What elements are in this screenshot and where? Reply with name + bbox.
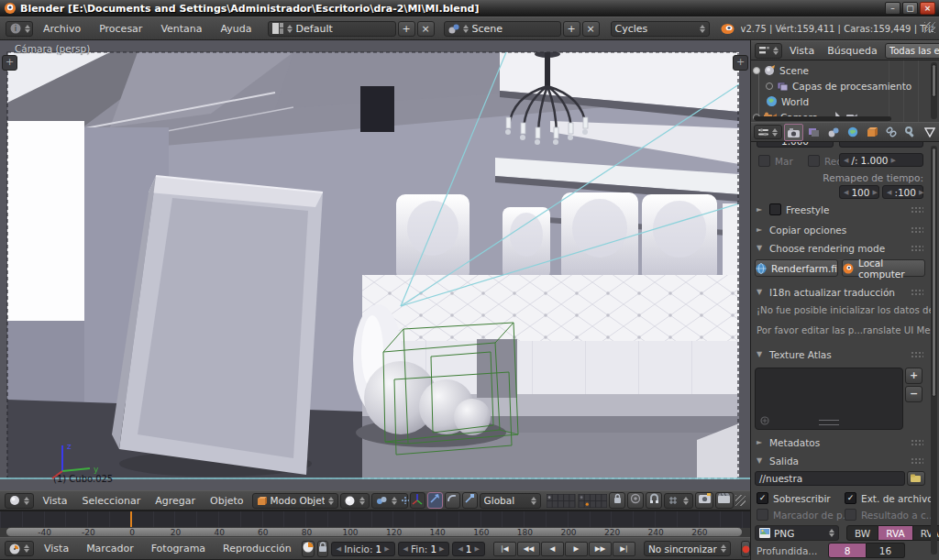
- frame-end-field[interactable]: ◀ Fin: 1 ▶: [398, 542, 450, 556]
- layers-widget[interactable]: [547, 494, 607, 508]
- editor-type-3dview-dropdown[interactable]: [5, 493, 34, 509]
- frame-start-field[interactable]: ◀ Inicio: 1 ▶: [331, 542, 395, 556]
- expand-toggle[interactable]: [766, 82, 773, 90]
- list-resize-grip[interactable]: [819, 420, 839, 425]
- color-mode-rva[interactable]: RVA: [878, 525, 912, 541]
- menu-archivo[interactable]: Archivo: [35, 23, 89, 35]
- border-checkbox[interactable]: Mar: [758, 155, 793, 167]
- view3d-menu-agregar[interactable]: Agregar: [149, 495, 202, 507]
- panel-metadatos[interactable]: ► Metadatos: [757, 435, 923, 449]
- color-mode-bw[interactable]: BW: [846, 525, 878, 541]
- file-extension-checkbox[interactable]: ✓Ext. de archivo: [845, 492, 933, 504]
- jump-to-end-button[interactable]: ▶|: [613, 542, 635, 556]
- clipped-value-field[interactable]: 1.000: [757, 142, 834, 148]
- screen-layout-dropdown[interactable]: Default: [268, 21, 396, 37]
- outliner-scope-dropdown[interactable]: Todas las escenas: [885, 43, 939, 59]
- properties-vscrollbar[interactable]: [931, 146, 937, 555]
- view3d-menu-seleccionar[interactable]: Seleccionar: [76, 495, 148, 507]
- local-computer-button[interactable]: Local computer: [842, 259, 925, 277]
- next-keyframe-button[interactable]: ▶▶: [589, 542, 612, 556]
- panel-texture-atlas[interactable]: ▼ Texture Atlas: [757, 347, 923, 361]
- file-format-dropdown[interactable]: PNG: [755, 525, 839, 541]
- depth-16[interactable]: 16: [867, 543, 905, 558]
- view3d-menu-objeto[interactable]: Objeto: [204, 495, 250, 507]
- timeline-menu-marcador[interactable]: Marcador: [79, 543, 141, 555]
- layout-add-button[interactable]: +: [398, 21, 415, 37]
- tab-modifiers[interactable]: [901, 125, 919, 140]
- scene-dropdown[interactable]: Scene: [444, 21, 561, 37]
- panel-salida[interactable]: ▼ Salida: [757, 454, 923, 467]
- editor-type-timeline-dropdown[interactable]: [5, 541, 34, 556]
- tab-render-layers[interactable]: [805, 125, 823, 140]
- proportional-edit-toggle[interactable]: [627, 492, 644, 509]
- play-button[interactable]: ▶: [565, 542, 588, 556]
- toolshelf-expand-tab[interactable]: +: [2, 55, 17, 71]
- panel-choose-rendering-mode[interactable]: ▼ Choose rendering mode: [757, 241, 923, 255]
- editor-type-info-dropdown[interactable]: i: [6, 21, 33, 37]
- tab-data[interactable]: [921, 125, 938, 140]
- maximize-button[interactable]: ▢: [902, 2, 918, 15]
- panel-i18n[interactable]: ▼ I18n actualizar traducción: [757, 285, 923, 299]
- snap-element-dropdown[interactable]: [664, 493, 693, 509]
- tab-constraints[interactable]: [882, 125, 900, 140]
- timeline-menu-vista[interactable]: Vista: [37, 543, 76, 555]
- output-path-field[interactable]: //nuestra: [755, 471, 905, 486]
- pivot-point-dropdown[interactable]: [371, 493, 408, 509]
- sync-mode-dropdown[interactable]: No sincronizar: [644, 541, 731, 556]
- outliner-vscrollbar[interactable]: [931, 62, 937, 119]
- title-bar[interactable]: Blender [E:\Documents and Settings\Admin…: [0, 0, 939, 16]
- editor-type-outliner-dropdown[interactable]: [755, 43, 782, 59]
- viewport-3d[interactable]: Cámara (persp) (1) Cubo.025 + + z y: [0, 40, 750, 490]
- outliner-hscrollbar[interactable]: [754, 116, 891, 121]
- manipulator-translate-toggle[interactable]: [427, 492, 443, 509]
- jump-to-start-button[interactable]: |◀: [493, 542, 516, 556]
- play-reverse-button[interactable]: ◀: [541, 542, 564, 556]
- placeholders-checkbox[interactable]: Marcador de p...: [757, 509, 852, 521]
- autokey-record-button[interactable]: ●: [741, 541, 751, 557]
- remap-new-field[interactable]: ◀:100▶: [882, 185, 923, 199]
- timeline-track[interactable]: [0, 511, 750, 528]
- manipulator-rotate-toggle[interactable]: [445, 492, 460, 509]
- area-corner-grip[interactable]: [924, 22, 935, 33]
- render-opengl-anim-button[interactable]: [715, 492, 734, 509]
- close-button[interactable]: ×: [920, 2, 935, 15]
- renderfarm-button[interactable]: Renderfarm.fi: [755, 259, 838, 277]
- outliner-item-renderlayers[interactable]: Capas de procesamiento: [766, 78, 911, 93]
- expand-toggle[interactable]: [753, 67, 760, 74]
- outliner-menu-busqueda[interactable]: Búsqueda: [822, 45, 883, 57]
- interaction-mode-dropdown[interactable]: Modo Objeto: [252, 493, 338, 509]
- outliner-item-world[interactable]: World: [766, 93, 809, 109]
- atlas-add-button[interactable]: +: [905, 368, 922, 384]
- transform-orientation-dropdown[interactable]: Global: [480, 493, 542, 509]
- fps-base-field[interactable]: ◀ /: 1.000 ▶: [839, 153, 923, 167]
- timeline-menu-reproduccion[interactable]: Reproducción: [215, 543, 299, 555]
- prev-keyframe-button[interactable]: ◀◀: [517, 542, 540, 556]
- header-corner-grip[interactable]: [735, 495, 746, 506]
- scene-delete-button[interactable]: ×: [582, 21, 600, 37]
- outliner-item-scene[interactable]: Scene: [753, 62, 809, 78]
- cache-result-checkbox[interactable]: Resultado a c...: [845, 509, 935, 521]
- snap-magnet-toggle[interactable]: [646, 492, 662, 509]
- view3d-menu-vista[interactable]: Vista: [36, 495, 73, 507]
- tab-world[interactable]: [844, 125, 861, 140]
- texture-atlas-list[interactable]: [755, 368, 903, 430]
- viewport-shading-dropdown[interactable]: [340, 493, 370, 509]
- panel-copiar-opciones[interactable]: ► Copiar opciones: [757, 223, 923, 236]
- timeline-ruler[interactable]: -40 -20 0 20 40 60 80 100 120 140 160 18…: [6, 527, 743, 537]
- remap-old-field[interactable]: ◀100▶: [839, 185, 879, 199]
- manipulator-scale-toggle[interactable]: [462, 492, 478, 509]
- scene-add-button[interactable]: +: [563, 21, 580, 37]
- overwrite-checkbox[interactable]: ✓Sobrescribir: [757, 492, 831, 504]
- outliner-menu-vista[interactable]: Vista: [784, 45, 820, 57]
- manipulator-axis-toggle[interactable]: [410, 492, 425, 509]
- file-browse-button[interactable]: [907, 471, 925, 486]
- render-engine-dropdown[interactable]: Cycles: [611, 21, 710, 37]
- current-frame-field[interactable]: ◀ 1 ▶: [452, 542, 484, 556]
- panel-freestyle[interactable]: ► Freestyle: [757, 203, 923, 216]
- lock-to-scene-toggle[interactable]: [609, 492, 625, 509]
- render-opengl-still-button[interactable]: [695, 492, 713, 509]
- frame-lock-toggle[interactable]: [317, 541, 328, 557]
- tab-scene[interactable]: [824, 125, 842, 140]
- properties-shelf-expand-tab[interactable]: +: [733, 55, 748, 71]
- layout-delete-button[interactable]: ×: [417, 21, 435, 37]
